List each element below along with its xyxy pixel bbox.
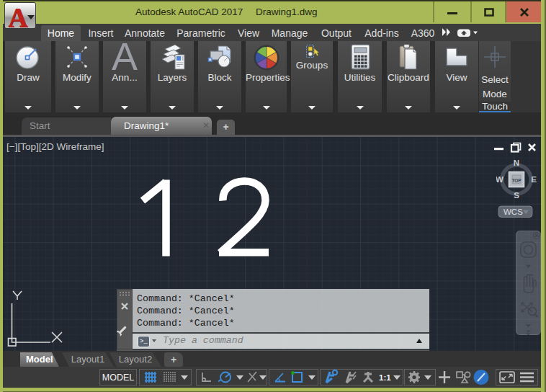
svg-text:1:1: 1:1 — [379, 373, 391, 382]
svg-text:MODEL: MODEL — [102, 373, 135, 383]
